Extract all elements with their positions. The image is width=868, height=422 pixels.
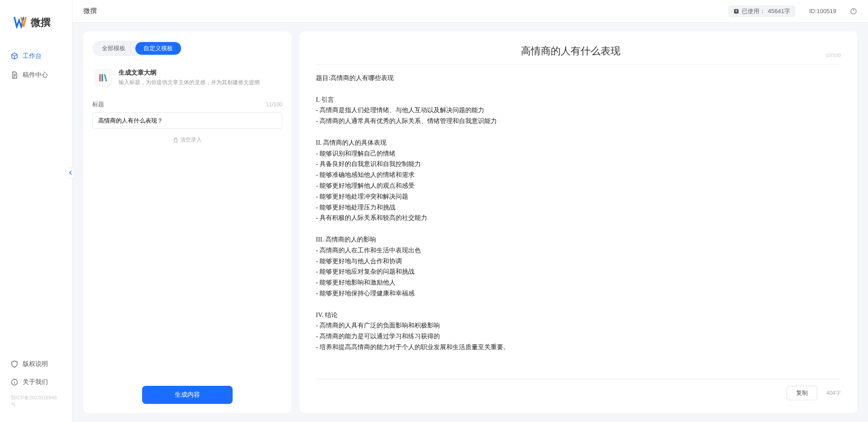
logo-icon [14,17,27,28]
user-id: ID:100519 [809,8,836,14]
template-card-icon [94,69,112,87]
nav-item-label: 关于我们 [23,378,48,386]
right-panel: 高情商的人有什么表现 10/100 题目:高情商的人有哪些表现 I. 引言 - … [300,32,857,413]
doc-icon [11,71,18,79]
nav-item-about[interactable]: 关于我们 [0,374,72,391]
power-icon[interactable] [850,8,857,15]
result-body[interactable]: 题目:高情商的人有哪些表现 I. 引言 - 高情商是指人们处理情绪、与他人互动以… [316,73,841,379]
icp-text: 鄂ICP备2022016946号 [0,392,72,411]
logo-text: 微撰 [31,16,51,29]
topbar: 微撰 已使用：45641字 ID:100519 [72,0,868,23]
sidebar-collapse-button[interactable] [67,167,74,178]
nav-item-drafts[interactable]: 稿件中心 [0,66,72,84]
sidebar-bottom: 版权说明 关于我们 鄂ICP备2022016946号 [0,356,72,415]
field-label: 标题 [92,100,104,109]
template-title: 生成文章大纲 [119,69,282,77]
logo[interactable]: 微撰 [0,7,72,47]
usage-label: 已使用： [742,7,765,15]
clear-label: 清空录入 [180,136,202,144]
result-title: 高情商的人有什么表现 [316,44,825,58]
nav-item-label: 版权说明 [23,360,48,368]
result-title-count: 10/100 [825,52,841,58]
clear-input-button[interactable]: 清空录入 [92,136,282,144]
copy-button[interactable]: 复制 [787,386,817,400]
content: 全部模板 自定义模板 生成文章大纲 输入标题，为你提供文章主体的灵感，并为其创建… [72,23,868,422]
nav-item-workspace[interactable]: 工作台 [0,47,72,65]
field-block: 标题 11/100 [92,100,282,129]
usage-badge: 已使用：45641字 [728,5,796,17]
title-input[interactable] [92,112,282,129]
page-title: 微撰 [83,7,97,15]
word-count: 404字 [826,389,841,397]
topbar-right: 已使用：45641字 ID:100519 [728,5,857,17]
usage-value: 45641字 [768,7,790,15]
info-icon [11,379,18,386]
shield-icon [11,360,18,368]
template-info: 生成文章大纲 输入标题，为你提供文章主体的灵感，并为其创建推文提纲 [119,69,282,87]
sidebar: 微撰 工作台 稿件中心 版权说明 [0,0,72,422]
field-char-count: 11/100 [266,101,282,108]
template-desc: 输入标题，为你提供文章主体的灵感，并为其创建推文提纲 [119,79,282,86]
left-panel: 全部模板 自定义模板 生成文章大纲 输入标题，为你提供文章主体的灵感，并为其创建… [83,32,291,413]
main: 微撰 已使用：45641字 ID:100519 全部模板 自定义模板 [72,0,868,422]
nav-item-label: 工作台 [23,52,42,60]
generate-button[interactable]: 生成内容 [142,386,233,404]
nav: 工作台 稿件中心 [0,47,72,356]
trash-icon [173,138,178,143]
cube-icon [11,52,18,60]
nav-item-label: 稿件中心 [23,71,48,79]
text-icon [734,9,739,14]
template-card[interactable]: 生成文章大纲 输入标题，为你提供文章主体的灵感，并为其创建推文提纲 [92,65,282,96]
tab-all-templates[interactable]: 全部模板 [94,42,134,55]
template-tabs: 全部模板 自定义模板 [92,41,182,56]
tab-custom-templates[interactable]: 自定义模板 [135,42,181,55]
nav-item-copyright[interactable]: 版权说明 [0,356,72,373]
